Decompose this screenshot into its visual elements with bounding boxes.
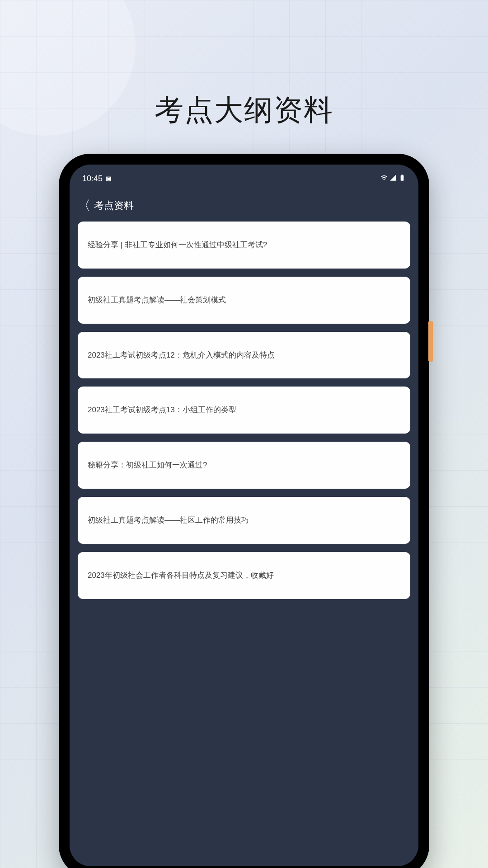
phone-frame: 10:45 ◙ 〈 考点资料 (59, 154, 429, 868)
list-item[interactable]: 2023年初级社会工作者各科目特点及复习建议，收藏好 (78, 552, 410, 599)
back-arrow-icon[interactable]: 〈 (78, 199, 90, 212)
status-bar-right (380, 174, 406, 184)
status-bar-left: 10:45 ◙ (82, 174, 111, 184)
phone-screen: 10:45 ◙ 〈 考点资料 (70, 165, 418, 866)
list-item[interactable]: 初级社工真题考点解读——社区工作的常用技巧 (78, 497, 410, 544)
battery-icon (399, 174, 406, 184)
status-indicator-icon: ◙ (106, 174, 111, 184)
status-time: 10:45 (82, 174, 103, 184)
page-title: 考点资料 (94, 199, 134, 212)
promo-title: 考点大纲资料 (0, 90, 488, 130)
status-bar: 10:45 ◙ (70, 165, 418, 186)
list-item[interactable]: 2023社工考试初级考点12：危机介入模式的内容及特点 (78, 332, 410, 379)
list-item[interactable]: 2023社工考试初级考点13：小组工作的类型 (78, 387, 410, 434)
phone-side-button (428, 321, 433, 362)
phone-inner-frame: 10:45 ◙ 〈 考点资料 (65, 160, 423, 868)
material-list: 经验分享 | 非社工专业如何一次性通过中级社工考试? 初级社工真题考点解读——社… (70, 222, 418, 599)
signal-icon (389, 174, 397, 184)
list-item[interactable]: 秘籍分享：初级社工如何一次通过? (78, 442, 410, 489)
list-item[interactable]: 初级社工真题考点解读——社会策划模式 (78, 277, 410, 324)
wifi-icon (380, 174, 388, 184)
app-header: 〈 考点资料 (70, 186, 418, 222)
list-item[interactable]: 经验分享 | 非社工专业如何一次性通过中级社工考试? (78, 222, 410, 269)
